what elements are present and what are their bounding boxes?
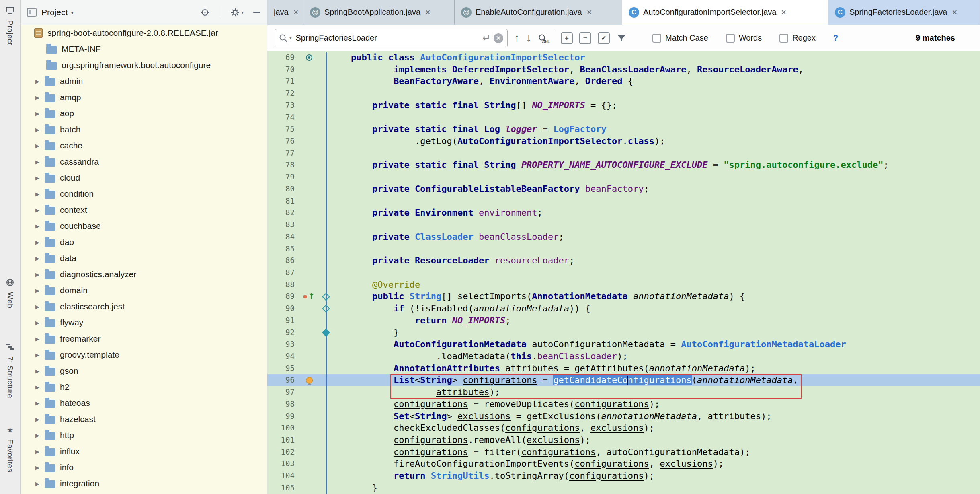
settings-gear-button[interactable]: ▾ — [230, 7, 244, 18]
gutter[interactable] — [299, 183, 320, 195]
line-number[interactable]: 82 — [267, 207, 299, 219]
code-line[interactable]: 91 return NO_IMPORTS; — [267, 315, 980, 327]
line-number[interactable]: 83 — [267, 219, 299, 231]
code-line[interactable]: 80 private ConfigurableListableBeanFacto… — [267, 183, 980, 195]
gutter[interactable] — [299, 64, 320, 76]
chevron-right-icon[interactable]: ▶ — [30, 127, 45, 133]
line-number[interactable]: 74 — [267, 111, 299, 124]
search-input[interactable] — [295, 33, 479, 43]
line-number[interactable]: 91 — [267, 315, 299, 327]
gutter[interactable] — [299, 446, 320, 458]
line-number[interactable]: 76 — [267, 135, 299, 147]
line-number[interactable]: 69 — [267, 51, 299, 64]
tree-item[interactable]: ▶condition — [21, 186, 267, 202]
code-editor[interactable]: 69public class AutoConfigurationImportSe… — [267, 51, 980, 494]
code-line[interactable]: 83 — [267, 219, 980, 231]
line-number[interactable]: 98 — [267, 398, 299, 410]
tab-close-icon[interactable]: × — [781, 7, 786, 18]
code-line[interactable]: 77 — [267, 147, 980, 159]
code-line[interactable]: 94 .loadMetadata(this.beanClassLoader); — [267, 350, 980, 362]
code-line[interactable]: 75 private static final Log logger = Log… — [267, 123, 980, 135]
code-line[interactable]: 103 fireAutoConfigurationImportEvents(co… — [267, 458, 980, 470]
tool-window-button-project[interactable]: Project — [0, 6, 20, 45]
chevron-right-icon[interactable]: ▶ — [30, 384, 45, 390]
line-number[interactable]: 102 — [267, 446, 299, 458]
tree-item[interactable]: ▶h2 — [21, 379, 267, 395]
chevron-right-icon[interactable]: ▶ — [30, 78, 45, 84]
line-number[interactable]: 103 — [267, 458, 299, 470]
gutter[interactable] — [299, 362, 320, 375]
gutter[interactable] — [299, 398, 320, 410]
code-line[interactable]: 93 AutoConfigurationMetadata autoConfigu… — [267, 338, 980, 350]
gutter[interactable] — [299, 422, 320, 434]
line-number[interactable]: 96 — [267, 374, 299, 386]
select-all-occurrences-button[interactable]: ✓ — [598, 32, 610, 44]
code-line[interactable]: 69public class AutoConfigurationImportSe… — [267, 51, 980, 64]
tree-item[interactable]: ▶hateoas — [21, 395, 267, 411]
line-number[interactable]: 75 — [267, 123, 299, 135]
gutter[interactable] — [299, 231, 320, 243]
tool-window-button-structure[interactable]: 7: Structure — [0, 342, 20, 398]
gutter[interactable] — [299, 338, 320, 350]
line-number[interactable]: 101 — [267, 434, 299, 446]
line-number[interactable]: 79 — [267, 171, 299, 183]
gutter[interactable] — [299, 87, 320, 99]
code-line[interactable]: 79 — [267, 171, 980, 183]
chevron-right-icon[interactable]: ▶ — [30, 304, 45, 310]
code-line[interactable]: 99 Set<String> exclusions = getExclusion… — [267, 410, 980, 422]
tab-close-icon[interactable]: × — [425, 7, 431, 18]
gutter[interactable] — [299, 267, 320, 279]
code-line[interactable]: 96 List<String> configurations = getCand… — [267, 374, 980, 386]
tree-item[interactable]: ▶gson — [21, 363, 267, 379]
gutter[interactable] — [299, 159, 320, 171]
add-selection-button[interactable]: + — [561, 32, 573, 44]
editor-tab[interactable]: java× — [267, 0, 303, 25]
tree-item[interactable]: ▶hazelcast — [21, 411, 267, 427]
tree-item[interactable]: ▶dao — [21, 234, 267, 250]
tree-item[interactable]: ▶flyway — [21, 315, 267, 331]
gutter[interactable] — [299, 327, 320, 339]
tree-item[interactable]: ▶admin — [21, 73, 267, 89]
chevron-down-icon[interactable]: ▾ — [71, 9, 74, 16]
line-number[interactable]: 105 — [267, 482, 299, 494]
tree-item[interactable]: ▶cassandra — [21, 154, 267, 170]
tree-item[interactable]: ▶influx — [21, 443, 267, 459]
editor-tab[interactable]: @EnableAutoConfiguration.java× — [455, 0, 622, 25]
gutter[interactable] — [299, 303, 320, 315]
code-line[interactable]: 86 private ResourceLoader resourceLoader… — [267, 255, 980, 267]
gutter[interactable] — [299, 434, 320, 446]
code-line[interactable]: 105 } — [267, 482, 980, 494]
filter-button[interactable] — [616, 33, 627, 43]
code-line[interactable]: 88 @Override — [267, 279, 980, 291]
regex-help-link[interactable]: ? — [833, 33, 838, 43]
chevron-right-icon[interactable]: ▶ — [30, 111, 45, 117]
code-line[interactable]: 71 BeanFactoryAware, EnvironmentAware, O… — [267, 75, 980, 87]
gutter[interactable] — [299, 386, 320, 398]
gutter[interactable] — [299, 51, 320, 64]
code-line[interactable]: 85 — [267, 243, 980, 255]
code-line[interactable]: 76 .getLog(AutoConfigurationImportSelect… — [267, 135, 980, 147]
chevron-right-icon[interactable]: ▶ — [30, 336, 45, 342]
gutter[interactable] — [299, 315, 320, 327]
code-line[interactable]: 84 private ClassLoader beanClassLoader; — [267, 231, 980, 243]
code-line[interactable]: 70 implements DeferredImportSelector, Be… — [267, 64, 980, 76]
search-history-chevron-icon[interactable]: ▾ — [289, 35, 292, 41]
tree-item[interactable]: META-INF — [21, 41, 267, 57]
gutter[interactable] — [299, 458, 320, 470]
line-number[interactable]: 78 — [267, 159, 299, 171]
chevron-right-icon[interactable]: ▶ — [30, 320, 45, 326]
tree-item[interactable]: ▶integration — [21, 475, 267, 492]
line-number[interactable]: 99 — [267, 410, 299, 422]
locate-file-button[interactable] — [200, 7, 210, 18]
intention-bulb-icon[interactable] — [306, 377, 313, 384]
line-number[interactable]: 93 — [267, 338, 299, 350]
tree-item[interactable]: org.springframework.boot.autoconfigure — [21, 57, 267, 73]
next-occurrence-button[interactable]: ↓ — [526, 33, 532, 43]
search-field[interactable]: ▾ ↵ ✕ — [275, 29, 508, 47]
tree-item[interactable]: ▶context — [21, 202, 267, 218]
editor-tab[interactable]: CSpringFactoriesLoader.java× — [828, 0, 980, 25]
code-line[interactable]: 87 — [267, 267, 980, 279]
tool-window-button-favorites[interactable]: ★Favorites — [0, 425, 20, 473]
editor-tab[interactable]: @SpringBootApplication.java× — [303, 0, 455, 25]
checkbox-icon[interactable] — [726, 34, 735, 43]
